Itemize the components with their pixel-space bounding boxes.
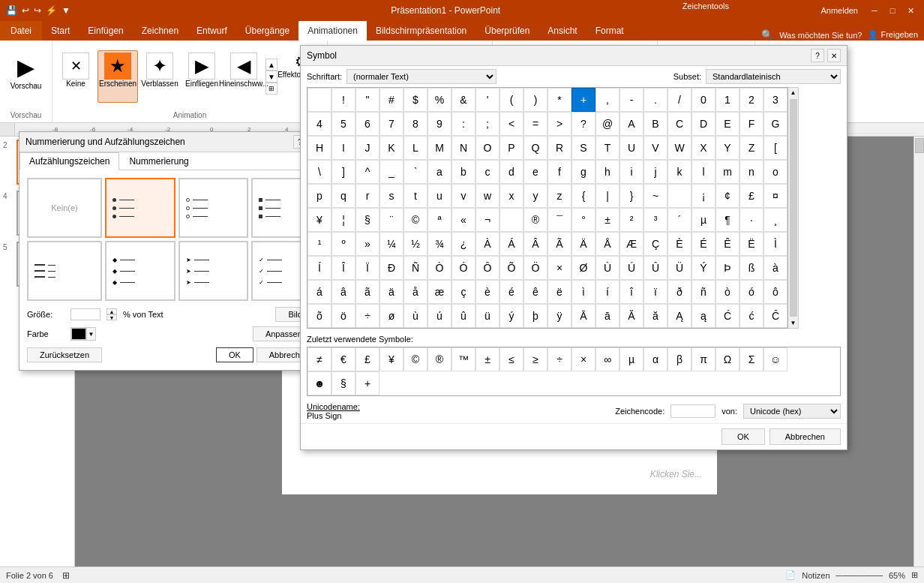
symbol-cell-75[interactable]: k: [668, 160, 692, 184]
subset-select[interactable]: Standardlateinisch: [706, 69, 841, 84]
fit-btn[interactable]: ⊞: [911, 570, 918, 580]
symbol-scrollbar[interactable]: ▲ ▼: [788, 87, 799, 329]
symbol-cell-12[interactable]: ,: [596, 88, 620, 112]
symbol-cell-110[interactable]: ¯: [548, 208, 572, 232]
symbol-cell-154[interactable]: Û: [644, 256, 668, 280]
symbol-cell-100[interactable]: ¥: [308, 208, 332, 232]
recent-cell-11[interactable]: ×: [572, 347, 596, 371]
symbol-cell-177[interactable]: ò: [716, 280, 740, 304]
symbol-cell-68[interactable]: d: [500, 160, 524, 184]
symbol-cell-77[interactable]: m: [716, 160, 740, 184]
symbol-cell-176[interactable]: ñ: [692, 280, 716, 304]
symbol-cell-199[interactable]: Ĉ: [764, 304, 788, 328]
symbol-cell-139[interactable]: Ì: [764, 232, 788, 256]
symbol-cell-112[interactable]: ±: [596, 208, 620, 232]
symbol-cell-78[interactable]: n: [740, 160, 764, 184]
symbol-cell-63[interactable]: _: [380, 160, 404, 184]
symbol-cell-36[interactable]: D: [692, 112, 716, 136]
symbol-cell-196[interactable]: ą: [692, 304, 716, 328]
anim-verblassen-btn[interactable]: ✦ Verblassen: [140, 50, 180, 103]
symbol-cell-9[interactable]: ): [524, 88, 548, 112]
symbol-cell-169[interactable]: ê: [524, 280, 548, 304]
recent-cell-5[interactable]: ®: [428, 347, 452, 371]
symbol-cell-183[interactable]: ø: [380, 304, 404, 328]
symbol-cell-89[interactable]: y: [524, 184, 548, 208]
symbol-cell-113[interactable]: ²: [620, 208, 644, 232]
symbol-cell-15[interactable]: /: [668, 88, 692, 112]
symbol-cell-45[interactable]: M: [428, 136, 452, 160]
tab-zeichnen[interactable]: Zeichnen: [133, 21, 188, 41]
symbol-cell-156[interactable]: Ý: [692, 256, 716, 280]
symbol-cell-37[interactable]: E: [716, 112, 740, 136]
symbol-cell-125[interactable]: ¾: [428, 232, 452, 256]
symbol-cell-61[interactable]: ]: [332, 160, 356, 184]
symbol-cell-76[interactable]: l: [692, 160, 716, 184]
symbol-cell-124[interactable]: ½: [404, 232, 428, 256]
symbol-cell-119[interactable]: ¸: [764, 208, 788, 232]
symbol-cell-0[interactable]: [308, 88, 332, 112]
symbol-cell-98[interactable]: £: [740, 184, 764, 208]
tab-format[interactable]: Format: [586, 21, 633, 41]
groesse-down-btn[interactable]: ▼: [106, 314, 117, 320]
symbol-cell-49[interactable]: Q: [524, 136, 548, 160]
recent-cell-16[interactable]: π: [692, 347, 716, 371]
symbol-cell-155[interactable]: Ü: [668, 256, 692, 280]
symbol-cell-107[interactable]: ¬: [476, 208, 500, 232]
tab-entwurf[interactable]: Entwurf: [188, 21, 236, 41]
bullet-none-cell[interactable]: Kein(e): [27, 178, 102, 238]
symbol-cell-103[interactable]: ¨: [380, 208, 404, 232]
symbol-cell-64[interactable]: `: [404, 160, 428, 184]
symbol-cell-194[interactable]: ă: [644, 304, 668, 328]
symbol-cell-166[interactable]: ç: [452, 280, 476, 304]
symbol-cell-128[interactable]: Á: [500, 232, 524, 256]
symbol-cell-70[interactable]: f: [548, 160, 572, 184]
symbol-cell-27[interactable]: ;: [476, 112, 500, 136]
recent-cell-0[interactable]: ≠: [308, 347, 332, 371]
symbol-cell-114[interactable]: ³: [644, 208, 668, 232]
symbol-cell-165[interactable]: æ: [428, 280, 452, 304]
more-anim-down-btn[interactable]: ▼: [266, 71, 278, 83]
symbol-cell-191[interactable]: Ā: [572, 304, 596, 328]
color-dropdown-arrow[interactable]: ▼: [86, 328, 95, 340]
normal-view-btn[interactable]: 📄: [785, 570, 796, 580]
symbol-cell-172[interactable]: í: [596, 280, 620, 304]
symbol-cell-197[interactable]: Ć: [716, 304, 740, 328]
symbol-cell-133[interactable]: Æ: [620, 232, 644, 256]
symbol-cell-173[interactable]: î: [620, 280, 644, 304]
symbol-cell-148[interactable]: Õ: [500, 256, 524, 280]
symbol-cell-185[interactable]: ú: [428, 304, 452, 328]
symbol-cell-147[interactable]: Ô: [476, 256, 500, 280]
symbol-cell-182[interactable]: ÷: [356, 304, 380, 328]
search-label[interactable]: Was möchten Sie tun?: [779, 31, 862, 40]
symbol-cell-118[interactable]: ·: [740, 208, 764, 232]
symbol-cell-2[interactable]: ": [356, 88, 380, 112]
symbol-help-btn[interactable]: ?: [811, 49, 824, 62]
symbol-cell-73[interactable]: i: [620, 160, 644, 184]
symbol-cell-106[interactable]: «: [452, 208, 476, 232]
customize-icon[interactable]: ▼: [62, 5, 70, 16]
symbol-cell-168[interactable]: é: [500, 280, 524, 304]
symbol-cell-152[interactable]: Ù: [596, 256, 620, 280]
symbol-cell-1[interactable]: !: [332, 88, 356, 112]
symbol-cell-153[interactable]: Ú: [620, 256, 644, 280]
symbol-cell-149[interactable]: Ö: [524, 256, 548, 280]
recent-cell-6[interactable]: ™: [452, 347, 476, 371]
tab-ueberpruefen[interactable]: Überprüfen: [476, 21, 538, 41]
maximize-btn[interactable]: □: [885, 4, 900, 17]
symbol-cell-105[interactable]: ª: [428, 208, 452, 232]
symbol-cell-193[interactable]: Ă: [620, 304, 644, 328]
symbol-cell-14[interactable]: .: [644, 88, 668, 112]
symbol-cell-102[interactable]: §: [356, 208, 380, 232]
recent-cell-8[interactable]: ≤: [500, 347, 524, 371]
symbol-cell-51[interactable]: S: [572, 136, 596, 160]
symbol-cell-174[interactable]: ï: [644, 280, 668, 304]
symbol-cell-97[interactable]: ¢: [716, 184, 740, 208]
symbol-cell-19[interactable]: 3: [764, 88, 788, 112]
sym-scroll-up[interactable]: ▲: [789, 88, 798, 98]
symbol-cell-116[interactable]: µ: [692, 208, 716, 232]
recent-cell-1[interactable]: €: [332, 347, 356, 371]
save-icon[interactable]: 💾: [6, 5, 17, 16]
symbol-cell-50[interactable]: R: [548, 136, 572, 160]
recent-cell-2[interactable]: £: [356, 347, 380, 371]
symbol-cell-74[interactable]: j: [644, 160, 668, 184]
